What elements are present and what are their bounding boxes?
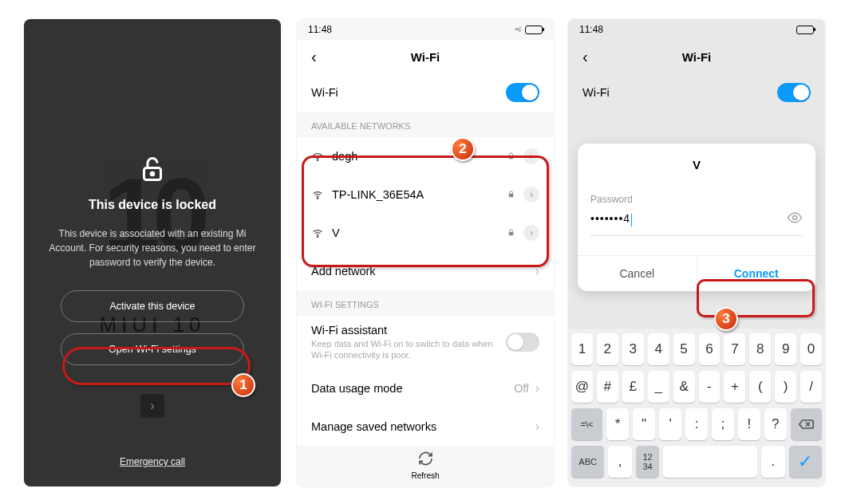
key-4[interactable]: 4 [648, 333, 669, 365]
keyboard: 1234567890 @#£_&-+()/ =\< *"':;!? ABC , … [568, 329, 825, 486]
space-key[interactable] [663, 446, 757, 478]
highlight-box-3 [697, 279, 815, 317]
wifi-assistant-toggle[interactable] [506, 333, 539, 352]
chevron-right-icon: › [535, 381, 539, 396]
data-usage-row[interactable]: Data usage mode Off › [297, 369, 554, 408]
key-7[interactable]: 7 [724, 333, 745, 365]
key-?[interactable]: ? [764, 408, 787, 440]
manage-saved-row[interactable]: Manage saved networks › [297, 408, 554, 446]
header-bar: ‹ Wi-Fi [568, 40, 825, 73]
svg-point-8 [793, 216, 797, 220]
refresh-button[interactable]: Refresh [411, 451, 439, 480]
key-0[interactable]: 0 [800, 333, 822, 365]
chevron-right-icon: › [535, 419, 539, 434]
header-title: Wi-Fi [297, 50, 554, 64]
manage-saved-label: Manage saved networks [311, 420, 535, 433]
lock-icon [138, 155, 167, 187]
data-usage-value: Off [514, 382, 528, 395]
key-![interactable]: ! [738, 408, 760, 440]
key-*[interactable]: * [606, 408, 629, 440]
highlight-box-2 [302, 156, 549, 267]
wifi-assistant-row[interactable]: Wi-Fi assistant Keep data and Wi-Fi on t… [297, 316, 554, 369]
step-badge-1: 1 [231, 373, 255, 397]
key-5[interactable]: 5 [673, 333, 695, 365]
comma-key[interactable]: , [608, 446, 631, 478]
shift-key[interactable]: =\< [571, 408, 602, 440]
key-_[interactable]: _ [648, 371, 669, 403]
key-/[interactable]: / [800, 371, 822, 403]
highlight-box-1 [62, 347, 251, 385]
key-&[interactable]: & [673, 371, 695, 403]
modal-network-name: V [590, 158, 803, 171]
locked-title: This device is locked [89, 198, 216, 212]
locked-device-screen: 10 MIUI 10 This device is locked This de… [24, 19, 281, 486]
key-:[interactable]: : [685, 408, 708, 440]
status-time: 11:48 [579, 24, 603, 35]
wifi-assistant-title: Wi-Fi assistant [311, 324, 506, 337]
password-modal: V Password •••••••4 Cancel Connect [578, 144, 815, 291]
key-'[interactable]: ' [659, 408, 681, 440]
key-)[interactable]: ) [775, 371, 796, 403]
key-@[interactable]: @ [571, 371, 593, 403]
back-icon[interactable]: ‹ [582, 48, 588, 66]
wifi-toggle[interactable] [506, 83, 539, 102]
wifi-assistant-subtitle: Keep data and Wi-Fi on to switch to data… [311, 338, 506, 361]
svg-point-1 [151, 172, 154, 175]
key-2[interactable]: 2 [597, 333, 618, 365]
password-label: Password [590, 194, 803, 205]
refresh-label: Refresh [411, 471, 439, 480]
key-3[interactable]: 3 [622, 333, 644, 365]
lang-switch-key[interactable]: 1234 [636, 446, 659, 478]
key-£[interactable]: £ [622, 371, 644, 403]
key-#[interactable]: # [597, 371, 618, 403]
activate-device-button[interactable]: Activate this device [61, 290, 244, 322]
key-+[interactable]: + [724, 371, 745, 403]
backspace-key[interactable] [791, 408, 822, 440]
key-9[interactable]: 9 [775, 333, 796, 365]
header-title: Wi-Fi [568, 50, 825, 64]
wifi-toggle[interactable] [777, 83, 811, 102]
key-"[interactable]: " [633, 408, 655, 440]
eye-icon[interactable] [787, 210, 803, 229]
available-networks-header: AVAILABLE NETWORKS [297, 112, 554, 137]
period-key[interactable]: . [761, 446, 784, 478]
status-bar: 11:48 [568, 19, 825, 40]
key-;[interactable]: ; [712, 408, 734, 440]
step-badge-2: 2 [451, 137, 475, 161]
wifi-label: Wi-Fi [582, 86, 777, 99]
wifi-settings-header: WI-FI SETTINGS [297, 290, 554, 316]
key-8[interactable]: 8 [749, 333, 771, 365]
step-badge-3: 3 [714, 307, 738, 331]
enter-key[interactable]: ✓ [789, 446, 822, 478]
locked-description: This device is associated with an existi… [24, 226, 281, 270]
key-([interactable]: ( [749, 371, 771, 403]
wifi-toggle-row: Wi-Fi [297, 73, 554, 112]
data-usage-label: Data usage mode [311, 382, 514, 395]
signal-icon: ••ıl [515, 26, 520, 33]
password-field[interactable]: •••••••4 [590, 205, 803, 236]
back-icon[interactable]: ‹ [311, 48, 317, 66]
status-bar: 11:48 ••ıl [297, 19, 554, 40]
wifi-label: Wi-Fi [311, 86, 506, 99]
expand-chevron-icon[interactable]: › [140, 394, 164, 418]
battery-icon [796, 26, 814, 34]
wifi-toggle-row: Wi-Fi [568, 73, 825, 112]
key--[interactable]: - [699, 371, 721, 403]
status-time: 11:48 [308, 24, 332, 35]
key-1[interactable]: 1 [571, 333, 593, 365]
key-6[interactable]: 6 [699, 333, 721, 365]
header-bar: ‹ Wi-Fi [297, 40, 554, 73]
wifi-password-screen: 11:48 ‹ Wi-Fi Wi-Fi V Password •••••••4 … [568, 19, 825, 486]
emergency-call-link[interactable]: Emergency call [120, 456, 185, 467]
battery-icon [525, 26, 543, 34]
password-value: •••••••4 [590, 212, 787, 226]
abc-key[interactable]: ABC [571, 446, 604, 478]
cancel-button[interactable]: Cancel [578, 256, 697, 291]
